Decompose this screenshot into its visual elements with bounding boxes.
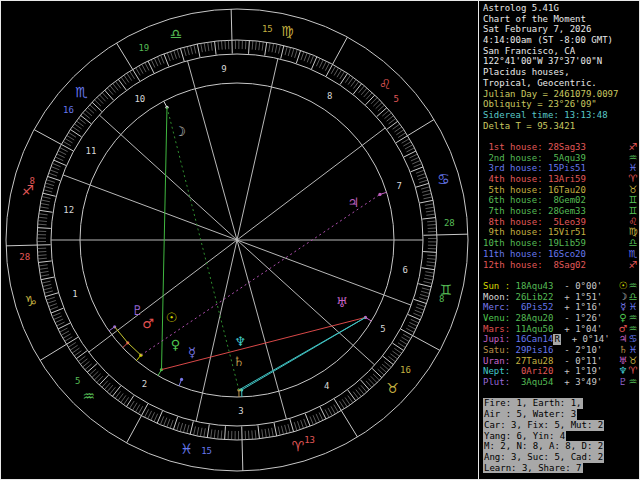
planet-icon: ☉ — [618, 281, 628, 292]
summary-line: Fire: 1, Earth: 1, — [483, 398, 583, 409]
degree-tick — [132, 403, 137, 411]
planet-position: 3Aqu54 — [516, 377, 554, 388]
planet-name: Merc: — [483, 302, 516, 313]
degree-tick — [326, 64, 332, 76]
degree-tick — [37, 251, 46, 252]
degree-tick — [43, 288, 52, 290]
zodiac-sign-icon: ♌ — [379, 76, 392, 92]
degree-tick — [288, 424, 290, 433]
zodiac-sign-icon: ♏ — [628, 249, 638, 260]
degree-tick — [38, 221, 47, 222]
panel-row — [483, 270, 638, 281]
degree-tick — [55, 319, 63, 323]
degree-tick — [187, 425, 189, 434]
degree-tick — [68, 132, 76, 137]
degree-tick — [190, 45, 192, 54]
planet-velocity: + 1°51' — [553, 292, 602, 303]
degree-tick — [412, 160, 420, 164]
planet-position: 18Aqu43 — [516, 281, 554, 292]
degree-tick — [269, 43, 270, 52]
aspect-line-sun-mars — [128, 343, 141, 355]
house-cusp-text: 1st house: 28Sag33 — [483, 142, 586, 153]
degree-tick — [63, 334, 71, 338]
house-number: 8 — [327, 91, 332, 101]
sign-boundary-line — [40, 344, 66, 360]
degree-tick — [377, 108, 387, 117]
house-number: 7 — [396, 181, 401, 191]
cusp-degree-label: 15 — [201, 446, 212, 456]
planet-velocity: - 0°11' — [553, 356, 602, 367]
degree-tick — [56, 322, 64, 326]
panel-row: Plut: 3Aqu54 + 3°49'♇♒ — [483, 377, 638, 388]
degree-tick — [38, 258, 47, 259]
degree-tick — [61, 144, 73, 150]
cusp-degree-label: 28 — [444, 218, 455, 228]
degree-tick — [215, 41, 217, 54]
panel-row: Placidus houses, — [483, 67, 638, 78]
degree-tick — [265, 42, 267, 55]
degree-tick — [248, 431, 249, 440]
planet-name: Jupi: — [483, 334, 516, 345]
planet-velocity: + 1°16' — [553, 302, 602, 313]
degree-tick — [281, 46, 284, 59]
panel-row: Yang: 6, Yin: 4 — [483, 431, 638, 442]
panel-row: 6th house: 8Gem02♊ — [483, 195, 638, 206]
sign-boundary-line — [6, 245, 37, 246]
degree-tick — [339, 401, 344, 409]
degree-tick — [387, 121, 398, 129]
degree-tick — [76, 351, 87, 359]
degree-tick — [118, 393, 123, 400]
uran-icon: ♅ — [336, 295, 348, 310]
degree-tick — [126, 395, 133, 406]
sign-boundary-line — [333, 37, 348, 64]
info-line: 122°41'00"W 37°37'00"N — [483, 56, 602, 67]
degree-tick — [76, 121, 83, 126]
degree-tick — [358, 387, 364, 394]
zodiac-sign-icon: ♉ — [387, 380, 400, 396]
cusp-degree-label: 16 — [400, 365, 411, 375]
degree-tick — [58, 323, 70, 329]
degree-tick — [204, 428, 205, 437]
info-line: 4:14:00am (ST -8:00 GMT) — [483, 35, 613, 46]
degree-tick — [92, 102, 102, 111]
planet-name: Moon: — [483, 292, 516, 303]
degree-tick — [279, 45, 281, 54]
degree-tick — [37, 228, 50, 229]
degree-tick — [39, 214, 48, 215]
degree-tick — [419, 298, 428, 301]
degree-tick — [197, 427, 199, 436]
degree-tick — [41, 277, 54, 280]
panel-row: Sun : 18Aqu43 - 0°00'☉♒ — [483, 281, 638, 292]
degree-tick — [40, 271, 49, 272]
cusp-degree-label: 5 — [75, 376, 80, 386]
degree-tick — [295, 49, 298, 58]
degree-tick — [218, 430, 219, 439]
degree-tick — [40, 203, 49, 205]
degree-tick — [285, 46, 287, 55]
panel-row: San Francisco, CA — [483, 46, 638, 57]
panel-row: Nept: 0Ari20 + 1°19'♆♈ — [483, 366, 638, 377]
degree-tick — [180, 423, 183, 432]
degree-tick — [70, 345, 78, 350]
degree-tick — [252, 430, 253, 439]
degree-tick — [39, 210, 52, 212]
degree-tick — [214, 430, 215, 439]
degree-tick — [427, 262, 436, 263]
planet-name: Satu: — [483, 345, 516, 356]
degree-tick — [45, 183, 54, 186]
degree-tick — [139, 66, 143, 74]
panel-row: Delta T = 95.3421 — [483, 121, 638, 132]
degree-tick — [45, 293, 58, 297]
degree-tick — [118, 79, 126, 90]
venu-icon: ♀ — [171, 337, 181, 352]
degree-tick — [304, 53, 307, 61]
panel-row: 8th house: 5Leo39♌ — [483, 217, 638, 228]
degree-tick — [296, 50, 300, 63]
info-line: San Francisco, CA — [483, 46, 575, 57]
degree-tick — [294, 422, 297, 431]
degree-tick — [417, 173, 425, 176]
degree-tick — [403, 142, 411, 146]
cusp-degree-label: 16 — [63, 105, 74, 115]
degree-tick — [420, 200, 433, 203]
degree-tick — [38, 255, 47, 256]
